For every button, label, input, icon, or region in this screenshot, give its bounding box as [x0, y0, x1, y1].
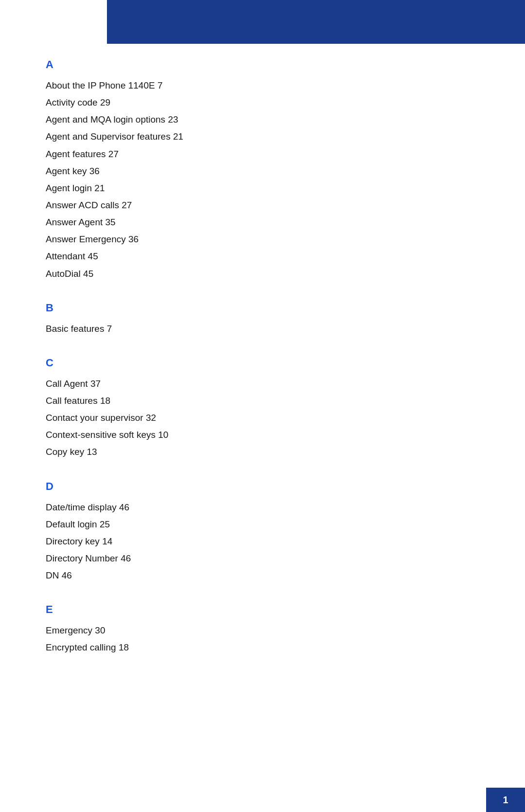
index-item: Directory Number 46 — [46, 550, 479, 567]
index-section-b: BBasic features 7 — [46, 302, 479, 337]
index-item: Answer ACD calls 27 — [46, 197, 479, 214]
index-item: Agent and MQA login options 23 — [46, 111, 479, 128]
section-letter-c: C — [46, 357, 479, 369]
index-item: Agent features 27 — [46, 145, 479, 162]
index-item: Answer Agent 35 — [46, 214, 479, 231]
index-item: Activity code 29 — [46, 94, 479, 111]
index-item: AutoDial 45 — [46, 265, 479, 282]
section-letter-a: A — [46, 58, 479, 71]
index-item: Attendant 45 — [46, 248, 479, 265]
index-item: Date/time display 46 — [46, 499, 479, 516]
index-item: Copy key 13 — [46, 443, 479, 460]
index-item: Agent login 21 — [46, 180, 479, 197]
header-bar — [107, 0, 525, 44]
index-item: Directory key 14 — [46, 533, 479, 550]
page-number-badge: 1 — [486, 788, 525, 812]
index-item: Default login 25 — [46, 516, 479, 533]
index-item: Call Agent 37 — [46, 375, 479, 392]
section-letter-d: D — [46, 480, 479, 493]
index-item: Context-sensitive soft keys 10 — [46, 426, 479, 443]
page-number: 1 — [503, 794, 508, 806]
section-letter-e: E — [46, 603, 479, 616]
index-item: Call features 18 — [46, 392, 479, 409]
index-item: Answer Emergency 36 — [46, 231, 479, 248]
main-content: AAbout the IP Phone 1140E 7Activity code… — [46, 58, 479, 676]
index-item: Emergency 30 — [46, 622, 479, 639]
index-item: Contact your supervisor 32 — [46, 409, 479, 426]
index-item: DN 46 — [46, 567, 479, 584]
index-item: Basic features 7 — [46, 320, 479, 337]
index-item: Encrypted calling 18 — [46, 639, 479, 656]
section-letter-b: B — [46, 302, 479, 314]
index-item: Agent key 36 — [46, 162, 479, 180]
index-section-d: DDate/time display 46Default login 25Dir… — [46, 480, 479, 584]
index-section-e: EEmergency 30Encrypted calling 18 — [46, 603, 479, 656]
index-item: About the IP Phone 1140E 7 — [46, 77, 479, 94]
index-item: Agent and Supervisor features 21 — [46, 128, 479, 145]
index-section-a: AAbout the IP Phone 1140E 7Activity code… — [46, 58, 479, 282]
index-section-c: CCall Agent 37Call features 18Contact yo… — [46, 357, 479, 461]
